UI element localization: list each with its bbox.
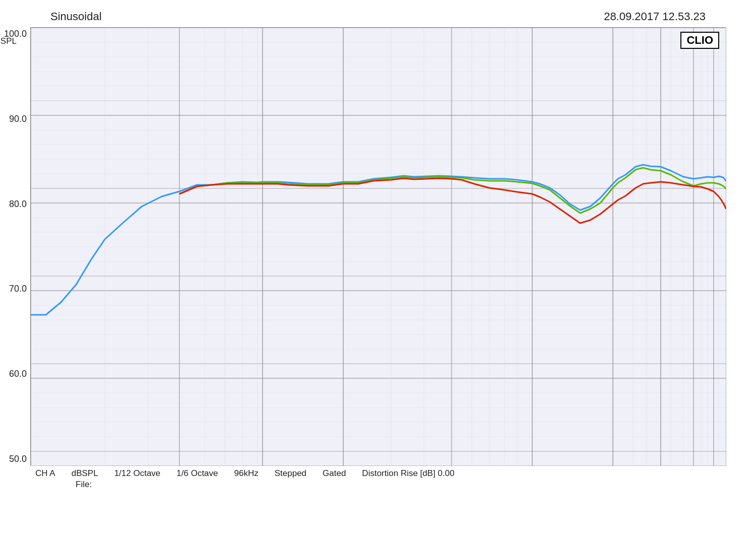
- footer-gated: Gated: [323, 468, 346, 479]
- footer-dbspl: dBSPL: [72, 468, 98, 479]
- footer-row1: CH A dBSPL 1/12 Octave 1/6 Octave 96kHz …: [30, 468, 726, 479]
- chart-date: 28.09.2017 12.53.23: [604, 10, 706, 23]
- chart-area: CLIO: [30, 27, 726, 465]
- footer-file: File:: [30, 480, 726, 490]
- footer: CH A dBSPL 1/12 Octave 1/6 Octave 96kHz …: [30, 468, 726, 490]
- clio-badge: CLIO: [680, 32, 719, 49]
- footer-khz: 96kHz: [234, 468, 259, 479]
- footer-distortion: Distortion Rise [dB] 0.00: [362, 468, 454, 479]
- footer-octave16: 1/6 Octave: [176, 468, 218, 479]
- footer-stepped: Stepped: [275, 468, 306, 479]
- footer-ch: CH A: [35, 468, 55, 479]
- footer-octave12: 1/12 Octave: [114, 468, 161, 479]
- y-axis-labels: 100.0 90.0 80.0 70.0 60.0 50.0: [4, 27, 27, 465]
- chart-title: Sinusoidal: [50, 10, 102, 23]
